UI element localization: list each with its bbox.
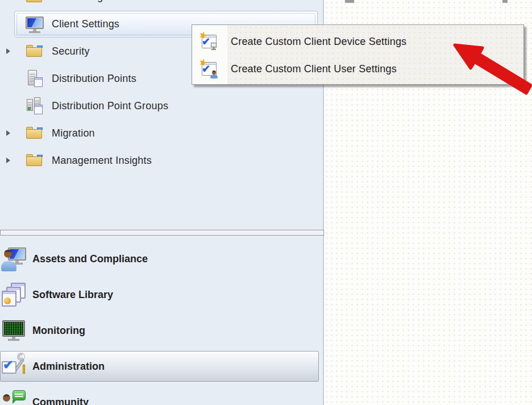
workspace-monitoring[interactable]: Monitoring bbox=[0, 313, 323, 349]
folder-icon bbox=[25, 0, 44, 6]
tree-item-label: Security bbox=[52, 46, 90, 57]
tree-item-label: Migration bbox=[52, 127, 95, 139]
monitor-icon bbox=[25, 15, 44, 34]
menu-item-label: Create Custom Client User Settings bbox=[231, 63, 397, 75]
menu-item-label: Create Custom Client Device Settings bbox=[231, 36, 406, 48]
tree-item-label: Client Settings bbox=[52, 18, 119, 30]
tree-item-label: Distribution Point Groups bbox=[52, 100, 168, 112]
tree-item-distribution-point-groups[interactable]: Distribution Point Groups bbox=[0, 92, 323, 119]
tree-item-label: Site Configuration bbox=[52, 0, 135, 3]
chevron-right-icon[interactable] bbox=[6, 48, 10, 54]
context-menu: ✔ Create Custom Client Device Settings ✔… bbox=[192, 24, 524, 85]
cropped-ui-artifact bbox=[502, 0, 508, 3]
workspace-label: Monitoring bbox=[32, 325, 85, 337]
people-chat-icon bbox=[1, 390, 27, 405]
user-monitor-icon bbox=[1, 247, 27, 272]
folder-icon bbox=[25, 124, 44, 142]
workspace-assets-and-compliance[interactable]: Assets and Compliance bbox=[0, 241, 323, 277]
menu-item-create-custom-client-device-settings[interactable]: ✔ Create Custom Client Device Settings bbox=[230, 28, 523, 55]
chevron-right-icon[interactable] bbox=[6, 158, 10, 163]
settings-user-icon: ✔ bbox=[200, 60, 217, 77]
tree-item-site-configuration[interactable]: Site Configuration bbox=[0, 0, 323, 10]
tree-item-management-insights[interactable]: Management Insights bbox=[0, 147, 323, 174]
workspace-label: Assets and Compliance bbox=[32, 253, 148, 265]
checkbox-wrench-icon: ✔ bbox=[1, 354, 27, 379]
folder-icon bbox=[25, 151, 44, 170]
stacked-windows-icon bbox=[1, 283, 27, 308]
server-group-icon bbox=[25, 97, 44, 115]
settings-device-icon: ✔ bbox=[200, 33, 217, 50]
app-window: Site Configuration Client Settings Secur… bbox=[0, 0, 532, 405]
cropped-ui-artifact bbox=[345, 0, 354, 3]
workspace-label: Administration bbox=[32, 361, 105, 373]
tree-item-label: Distribution Points bbox=[52, 73, 136, 85]
workspace-community[interactable]: Community bbox=[0, 385, 323, 405]
workspace-label: Software Library bbox=[32, 289, 113, 301]
pane-splitter[interactable] bbox=[0, 230, 324, 235]
green-monitor-icon bbox=[1, 319, 27, 344]
workspace-software-library[interactable]: Software Library bbox=[0, 277, 323, 313]
workspace-label: Community bbox=[32, 396, 89, 405]
menu-item-create-custom-client-user-settings[interactable]: ✔ Create Custom Client User Settings bbox=[230, 55, 523, 82]
server-icon bbox=[25, 69, 44, 88]
tree-item-label: Management Insights bbox=[52, 155, 152, 167]
workspace-administration[interactable]: ✔ Administration bbox=[0, 349, 323, 385]
folder-icon bbox=[25, 42, 44, 60]
chevron-right-icon[interactable] bbox=[6, 130, 10, 136]
tree-item-migration[interactable]: Migration bbox=[0, 119, 323, 147]
workspace-switcher: Assets and Compliance Software Library M… bbox=[0, 241, 323, 405]
